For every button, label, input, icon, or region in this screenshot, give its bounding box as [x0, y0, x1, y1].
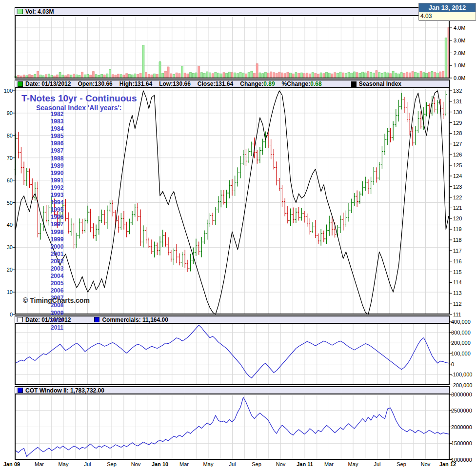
x-axis-label: Nov	[122, 461, 150, 467]
seasonal-axis-label: 30	[0, 245, 13, 250]
seasonal-year-item: 1992	[46, 184, 68, 192]
price-axis-label: 116	[453, 259, 462, 264]
commercials-legend-icon	[94, 317, 99, 322]
price-axis-label: 123	[453, 184, 462, 190]
seasonal-year-item: 1997	[46, 221, 68, 228]
price-change-label: Change:	[240, 80, 263, 87]
commercials-label: Commercials: 11,164.00	[102, 316, 168, 323]
x-axis-label: Jan 12	[434, 461, 461, 467]
price-axis-label: 128	[453, 131, 462, 136]
x-axis-label: Jul	[74, 461, 101, 467]
commercials-axis-label: 100,000	[451, 351, 471, 356]
price-date: Date: 01/13/2012	[25, 80, 71, 87]
price-high: High:131.64	[119, 80, 152, 87]
chart-title: T-Notes 10yr - Continuous	[21, 93, 137, 104]
price-axis-label: 129	[453, 120, 462, 126]
seasonal-year-item: 1991	[46, 177, 68, 184]
volume-axis-label: 4.0M	[454, 25, 465, 31]
commercials-panel-header: Date: 01/10/2012 Commercials: 11,164.00	[15, 316, 449, 324]
price-axis-label: 111	[453, 312, 461, 317]
seasonal-year-item: 2009	[46, 310, 68, 317]
seasonal-axis-label: 50	[0, 200, 13, 206]
commercials-axis-label: 400,000	[451, 319, 471, 325]
price-axis-label: 131	[453, 99, 462, 104]
price-panel-header: Date: 01/13/2012 Open:130.66 High:131.64…	[15, 80, 449, 88]
watermark: © TimingCharts.com	[23, 296, 90, 304]
seasonal-year-item: 2002	[46, 258, 68, 265]
seasonal-axis-label: 70	[0, 156, 13, 161]
seasonal-year-item: 1990	[46, 170, 68, 177]
seasonal-year-item: 2010	[46, 317, 68, 324]
x-axis-label: May	[50, 461, 77, 467]
price-axis-label: 121	[453, 205, 462, 211]
seasonal-year-item: 1989	[46, 162, 68, 170]
price-axis-label: 127	[453, 141, 462, 147]
seasonal-axis-label: 0	[0, 312, 13, 317]
x-axis-label: Mar	[316, 461, 343, 467]
commercials-date-legend-icon	[18, 317, 23, 322]
cot-axis-label: 3000000	[451, 392, 472, 397]
seasonal-year-item: 1996	[46, 214, 68, 221]
seasonal-axis-label: 60	[0, 178, 13, 183]
seasonal-legend-icon	[351, 81, 357, 87]
x-axis-label: Sep	[243, 461, 270, 467]
x-axis-label: May	[339, 461, 367, 467]
tooltip-value: 4.03	[419, 12, 476, 20]
x-axis-label: Jul	[219, 461, 246, 467]
cot-label: COT Window II: 1,783,732.00	[25, 387, 104, 394]
x-axis-label: May	[195, 461, 222, 467]
seasonal-year-item: 1987	[46, 147, 68, 155]
commercials-axis-label: -200,000	[451, 383, 472, 388]
price-axis-label: 118	[453, 237, 462, 243]
volume-axis-label: 2.0M	[454, 51, 465, 56]
seasonal-year-item: 1983	[46, 118, 68, 125]
x-axis-label: Jan 10	[146, 461, 174, 467]
price-close: Close:131.64	[198, 80, 233, 87]
seasonal-axis-label: 40	[0, 222, 13, 228]
volume-axis-label: 0.0M	[454, 76, 465, 81]
volume-panel-header: Vol: 4.03M	[15, 8, 449, 16]
price-low: Low:130.66	[159, 80, 191, 87]
x-axis-label: Mar	[26, 461, 53, 467]
x-axis-label: Mar	[171, 461, 198, 467]
cot-axis-label: 2000000	[451, 425, 472, 430]
cot-legend-icon	[18, 388, 23, 393]
price-axis-label: 117	[453, 248, 462, 254]
cot-axis-label: 2500000	[451, 408, 472, 413]
price-legend-icon	[18, 81, 23, 87]
seasonal-year-item: 1993	[46, 192, 68, 199]
seasonal-year-item: 1982	[46, 111, 68, 118]
tooltip-date: Jan 13, 2012	[419, 3, 476, 12]
seasonal-year-item: 1998	[46, 229, 68, 236]
chart-canvas[interactable]	[0, 0, 476, 472]
seasonal-year-item: 2000	[46, 243, 68, 251]
seasonal-axis-label: 90	[0, 111, 13, 116]
volume-axis-label: 1.0M	[454, 63, 465, 68]
x-axis-label: Sep	[98, 461, 125, 467]
commercials-axis-label: 300,000	[451, 330, 471, 335]
seasonal-year-item: 2006	[46, 287, 68, 295]
seasonal-year-item: 2011	[46, 324, 68, 332]
seasonal-year-item: 1995	[46, 206, 68, 214]
price-open: Open:130.66	[78, 80, 112, 87]
x-axis-label: Nov	[267, 461, 295, 467]
crosshair-tooltip: Jan 13, 2012 4.03	[418, 3, 476, 20]
commercials-axis-label: -100,000	[451, 372, 472, 377]
seasonal-axis-label: 80	[0, 133, 13, 138]
price-pct-value: 0.68	[310, 80, 321, 87]
seasonal-year-item: 2004	[46, 273, 68, 280]
price-axis-label: 130	[453, 110, 462, 115]
cot-panel-header: COT Window II: 1,783,732.00	[15, 387, 449, 394]
seasonal-year-item: 1984	[46, 125, 68, 133]
x-axis-label: Jan 09	[0, 461, 25, 467]
volume-label: Vol: 4.03M	[25, 8, 54, 15]
price-axis-label: 113	[453, 291, 462, 296]
price-axis-label: 122	[453, 195, 462, 200]
seasonal-year-item: 1994	[46, 199, 68, 206]
seasonal-year-item: 1988	[46, 155, 68, 162]
price-axis-label: 125	[453, 163, 462, 168]
volume-axis-label: 3.0M	[454, 38, 465, 43]
seasonal-axis-label: 100	[0, 88, 13, 94]
x-axis-label: Sep	[388, 461, 415, 467]
seasonal-axis-label: 10	[0, 290, 13, 295]
